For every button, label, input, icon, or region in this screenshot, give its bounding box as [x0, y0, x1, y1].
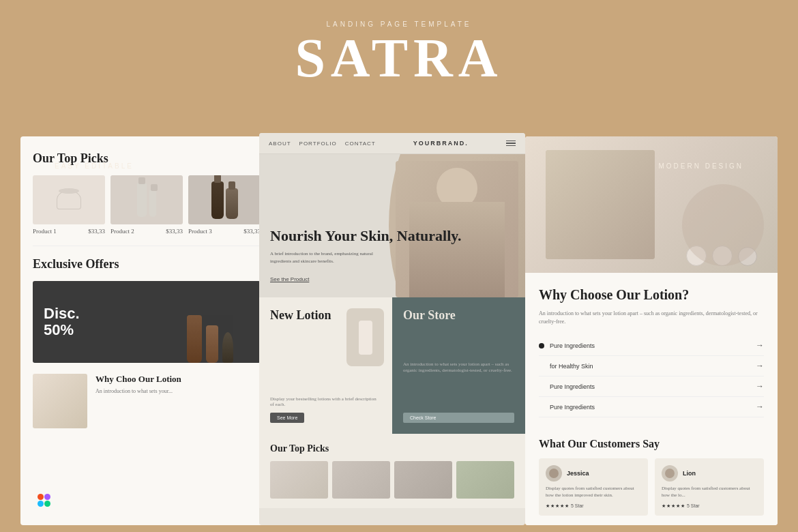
product-card-2[interactable]: Product 2 $33,33 — [110, 175, 183, 235]
avatar-lion — [662, 465, 678, 482]
product-price-2: $33,33 — [166, 228, 183, 235]
svg-rect-3 — [44, 501, 50, 507]
product-info-3: Product 3 $33,33 — [188, 228, 261, 235]
product-info-2: Product 2 $33,33 — [110, 228, 183, 235]
why-list: Pure Ingredients → for Healthy Skin → Pu… — [539, 336, 764, 417]
svg-rect-2 — [38, 501, 44, 507]
check-store-button[interactable]: Check Store — [403, 413, 514, 423]
product-price-3: $33,33 — [243, 228, 261, 235]
right-panel: Why Choose Our Lotion? An introduction t… — [525, 136, 778, 525]
why-item-2[interactable]: for Healthy Skin → — [539, 356, 764, 376]
center-nav: ABOUT PORTFOLIO CONTACT YOURBRAND. — [259, 133, 525, 154]
hamburger-icon[interactable] — [506, 141, 516, 147]
bottom-product-4[interactable] — [456, 461, 514, 499]
header-title: SATRA — [0, 31, 798, 85]
center-bottom: Our Top Picks — [259, 434, 525, 508]
left-panel: Our Top Picks Product 1 $33,33 Pro — [20, 136, 273, 525]
right-content: Why Choose Our Lotion? An introduction t… — [525, 273, 778, 428]
product-card-3[interactable]: Product 3 $33,33 — [188, 175, 261, 235]
star-label-jessica: 5 Star — [571, 503, 584, 508]
why-text-2: for Healthy Skin — [550, 363, 593, 370]
hero-desc: A brief introduction to the brand, empha… — [270, 250, 379, 265]
why-img-mini — [33, 374, 87, 428]
disc-label: Disc. — [44, 306, 80, 322]
why-item-4[interactable]: Pure Ingredients → — [539, 397, 764, 417]
bottom-product-1[interactable] — [270, 461, 328, 499]
exclusive-title: Exclusive Offers — [33, 257, 261, 271]
top-picks-grid: Product 1 $33,33 Product 2 $33,33 — [33, 175, 261, 235]
nav-about[interactable]: ABOUT — [269, 141, 291, 147]
product-name-1: Product 1 — [33, 228, 57, 235]
testimonial-text-lion: Display quotes from satisfied customers … — [662, 486, 757, 499]
why-choose-desc: An introduction to what sets your lotion… — [539, 310, 764, 326]
center-bottom-title: Our Top Picks — [270, 443, 514, 454]
hero-section: Nourish Your Skin, Naturally. A brief in… — [259, 154, 525, 297]
testimonial-text-jessica: Display quotes from satisfied customers … — [546, 486, 641, 499]
why-text-4: Pure Ingredients — [550, 404, 595, 411]
why-item-1[interactable]: Pure Ingredients → — [539, 336, 764, 356]
bullet-1 — [539, 343, 544, 349]
testimonials-section: What Our Customers Say Jessica Display q… — [525, 428, 778, 525]
arrow-1: → — [756, 340, 764, 351]
lotion-desc: Display your bestselling lotions with a … — [270, 396, 381, 407]
our-store-card[interactable]: Our Store An introduction to what sets y… — [392, 297, 525, 434]
reviewer-lion: Lion — [683, 470, 696, 477]
right-hero-image — [525, 136, 778, 273]
product-img-2 — [110, 175, 183, 224]
bottom-products — [270, 461, 514, 499]
arrow-2: → — [756, 361, 764, 371]
hero-cta[interactable]: See the Product — [270, 276, 309, 282]
product-section-grid: New Lotion Display your bestselling loti… — [259, 297, 525, 434]
product-name-2: Product 2 — [110, 228, 134, 235]
why-title-mini: Why Choo Our Lotion — [95, 374, 181, 385]
star-label-lion: 5 Star — [687, 503, 700, 508]
product-img-1 — [33, 175, 105, 224]
brand-name: YOURBRAND. — [413, 140, 469, 147]
exclusive-banner[interactable]: Disc. 50% — [33, 281, 261, 363]
nav-contact[interactable]: CONTACT — [345, 141, 376, 147]
testimonials-grid: Jessica Display quotes from satisfied cu… — [539, 458, 764, 516]
reviewer-jessica: Jessica — [567, 470, 589, 477]
header-subtitle: LANDING PAGE TEMPLATE — [0, 20, 798, 28]
testimonial-header-2: Lion — [662, 465, 757, 482]
divider-1 — [33, 246, 261, 246]
product-img-3 — [188, 175, 261, 224]
why-text-3: Pure Ingredients — [550, 383, 595, 390]
hero-title: Nourish Your Skin, Naturally. — [270, 227, 514, 245]
arrow-3: → — [756, 381, 764, 391]
our-store-title: Our Store — [403, 308, 514, 323]
why-text-mini: Why Choo Our Lotion An introduction to w… — [95, 374, 181, 395]
arrow-4: → — [756, 402, 764, 412]
why-text-1: Pure Ingredients — [550, 342, 595, 349]
bottom-product-3[interactable] — [394, 461, 452, 499]
center-panel: ABOUT PORTFOLIO CONTACT YOURBRAND. Nouri… — [259, 133, 525, 525]
side-label-left: EASY EDITABLE — [55, 162, 134, 170]
product-info-1: Product 1 $33,33 — [33, 228, 105, 235]
testimonial-2: Lion Display quotes from satisfied custo… — [655, 458, 764, 516]
why-choose-title: Why Choose Our Lotion? — [539, 286, 764, 303]
new-lotion-img — [346, 308, 384, 366]
nav-portfolio[interactable]: PORTFOLIO — [299, 141, 337, 147]
header: LANDING PAGE TEMPLATE SATRA — [0, 20, 798, 85]
stars-jessica: ★★★★★ 5 Star — [546, 503, 641, 509]
testimonial-header-1: Jessica — [546, 465, 641, 482]
new-lotion-card[interactable]: New Lotion Display your bestselling loti… — [259, 297, 392, 434]
stars-lion: ★★★★★ 5 Star — [662, 503, 757, 509]
product-price-1: $33,33 — [88, 228, 105, 235]
disc-percent: 50% — [44, 322, 80, 338]
why-item-3[interactable]: Pure Ingredients → — [539, 376, 764, 397]
side-label-right: MODERN DESIGN — [658, 162, 743, 170]
testimonials-title: What Our Customers Say — [539, 438, 764, 450]
svg-rect-1 — [44, 494, 50, 500]
product-name-3: Product 3 — [188, 228, 212, 235]
figma-icon — [38, 494, 57, 513]
see-more-button[interactable]: See More — [270, 413, 304, 423]
avatar-jessica — [546, 465, 562, 482]
bottom-product-2[interactable] — [332, 461, 390, 499]
product-card-1[interactable]: Product 1 $33,33 — [33, 175, 105, 235]
nav-links: ABOUT PORTFOLIO CONTACT — [269, 141, 376, 147]
store-desc: An introduction to what sets your lotion… — [403, 361, 514, 375]
svg-rect-0 — [38, 494, 44, 500]
testimonial-1: Jessica Display quotes from satisfied cu… — [539, 458, 648, 516]
why-choose-mini: Why Choo Our Lotion An introduction to w… — [33, 374, 261, 428]
